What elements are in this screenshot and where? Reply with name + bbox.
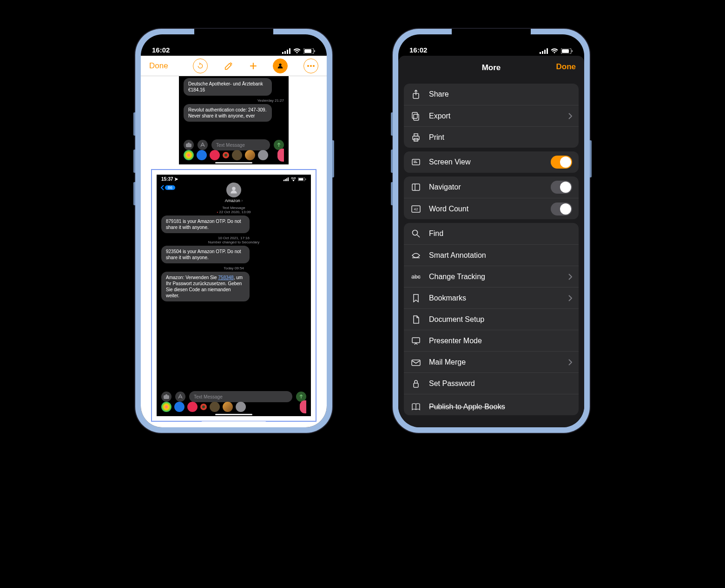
- svg-rect-18: [299, 178, 303, 180]
- document-canvas[interactable]: Deutsche Apotheker- und Ärztebank €184.1…: [141, 76, 327, 427]
- row-label: Publish to Apple Books: [429, 403, 505, 411]
- row-navigator[interactable]: Navigator: [404, 176, 579, 198]
- row-find[interactable]: Find: [404, 223, 579, 244]
- group-view-options: Navigator 42 Word Count: [404, 176, 579, 219]
- row-label: Export: [429, 112, 450, 120]
- row-mail-merge[interactable]: Mail Merge: [404, 351, 579, 372]
- insert-button[interactable]: +: [250, 59, 257, 72]
- app-icon: [184, 150, 194, 160]
- chevron-right-icon: [568, 359, 572, 366]
- battery-icon: [298, 177, 306, 181]
- svg-rect-19: [305, 178, 306, 180]
- message-bubble: 879181 is your Amazon OTP. Do not share …: [161, 216, 250, 233]
- word-count-toggle[interactable]: [551, 203, 572, 216]
- inner-home-indicator: [215, 162, 252, 163]
- row-label: Smart Annotation: [429, 251, 486, 260]
- row-presenter-mode[interactable]: Presenter Mode: [404, 330, 579, 351]
- row-smart-annotation[interactable]: Smart Annotation: [404, 244, 579, 266]
- back-button: 86: [160, 185, 175, 190]
- row-set-password[interactable]: Set Password: [404, 372, 579, 394]
- svg-rect-3: [289, 48, 290, 54]
- share-icon: [410, 90, 422, 99]
- row-label: Navigator: [429, 183, 461, 191]
- chevron-right-icon: [568, 295, 572, 301]
- collaboration-button[interactable]: [273, 59, 288, 73]
- svg-rect-21: [164, 395, 169, 399]
- more-sheet: More Done Share Export Print: [398, 56, 584, 427]
- svg-rect-5: [304, 49, 311, 53]
- chevron-right-icon: [568, 274, 572, 280]
- svg-rect-37: [412, 184, 420, 190]
- status-time: 16:02: [409, 46, 427, 54]
- message-bubble: 923504 is your Amazon OTP. Do not share …: [161, 246, 250, 263]
- lock-icon: [410, 379, 422, 388]
- svg-rect-15: [286, 178, 287, 181]
- phone-left: 16:02 Done: [135, 29, 332, 433]
- row-label: Mail Merge: [429, 358, 466, 366]
- app-icon: [300, 400, 306, 413]
- chevron-right-icon: ›: [241, 198, 243, 203]
- row-print[interactable]: Print: [404, 126, 579, 148]
- done-button[interactable]: Done: [149, 61, 168, 71]
- done-button[interactable]: Done: [556, 62, 576, 72]
- app-icon: [236, 402, 246, 412]
- screen-right: 16:02 More Done Shar: [398, 34, 584, 427]
- sheet-title: More: [482, 63, 501, 72]
- svg-rect-46: [414, 383, 418, 387]
- row-label: Screen View: [429, 158, 471, 166]
- svg-rect-45: [412, 360, 420, 366]
- svg-rect-26: [547, 48, 548, 54]
- inner-status-time: 15:37: [161, 176, 173, 182]
- wifi-icon: [293, 48, 301, 54]
- group-tools: Find Smart Annotation abc Change Trackin…: [404, 223, 579, 415]
- app-icon: [223, 402, 233, 412]
- svg-rect-31: [414, 114, 419, 120]
- battery-icon: [561, 48, 573, 54]
- print-icon: [410, 133, 422, 142]
- row-label: Presenter Mode: [429, 337, 482, 345]
- svg-point-8: [307, 65, 309, 67]
- svg-point-10: [313, 65, 315, 67]
- row-document-setup[interactable]: Document Setup: [404, 308, 579, 330]
- row-label: Word Count: [429, 205, 468, 213]
- contact-avatar-icon: [226, 183, 241, 197]
- status-time: 16:02: [152, 46, 170, 54]
- row-label: Share: [429, 90, 449, 98]
- row-share[interactable]: Share: [404, 84, 579, 105]
- row-label: Change Tracking: [429, 273, 485, 281]
- row-bookmarks[interactable]: Bookmarks: [404, 287, 579, 308]
- svg-rect-32: [412, 112, 417, 118]
- navigator-toggle[interactable]: [551, 181, 572, 194]
- svg-rect-34: [414, 134, 418, 136]
- row-label: Print: [429, 133, 444, 142]
- svg-rect-24: [542, 51, 543, 54]
- row-word-count[interactable]: 42 Word Count: [404, 198, 579, 219]
- format-brush-button[interactable]: [224, 61, 234, 71]
- app-icon: [232, 150, 242, 160]
- more-button[interactable]: [303, 59, 318, 73]
- row-export[interactable]: Export: [404, 105, 579, 126]
- message-date: 22 Oct 2020, 13:09: [219, 210, 250, 214]
- svg-rect-6: [314, 50, 315, 52]
- svg-rect-0: [282, 52, 283, 54]
- group-screen-view: Screen View: [404, 151, 579, 173]
- row-change-tracking[interactable]: abc Change Tracking: [404, 266, 579, 287]
- signal-icon: [540, 48, 548, 54]
- wifi-icon: [551, 48, 558, 54]
- screen-view-toggle[interactable]: [551, 156, 572, 169]
- undo-button[interactable]: [193, 59, 208, 73]
- sheet-header: More Done: [398, 56, 584, 80]
- svg-rect-33: [413, 136, 419, 140]
- home-indicator: [201, 421, 266, 424]
- svg-rect-13: [283, 180, 284, 181]
- svg-rect-29: [572, 50, 573, 52]
- row-publish[interactable]: Publish to Apple Books: [404, 394, 579, 415]
- inserted-screenshot-selected[interactable]: 15:37 ➤ 86 Amazon › Text Message• 22 Oct…: [157, 175, 311, 416]
- inserted-screenshot-top[interactable]: Deutsche Apotheker- und Ärztebank €184.1…: [179, 76, 289, 164]
- message-bubble: Deutsche Apotheker- und Ärztebank €184.1…: [184, 78, 272, 96]
- message-header: Text Message: [222, 206, 245, 210]
- signal-icon: [282, 48, 290, 54]
- row-screen-view[interactable]: Screen View: [404, 151, 579, 173]
- svg-rect-11: [186, 144, 191, 147]
- message-bubble: Amazon: Verwenden Sie 758348, um Ihr Pas…: [161, 272, 250, 301]
